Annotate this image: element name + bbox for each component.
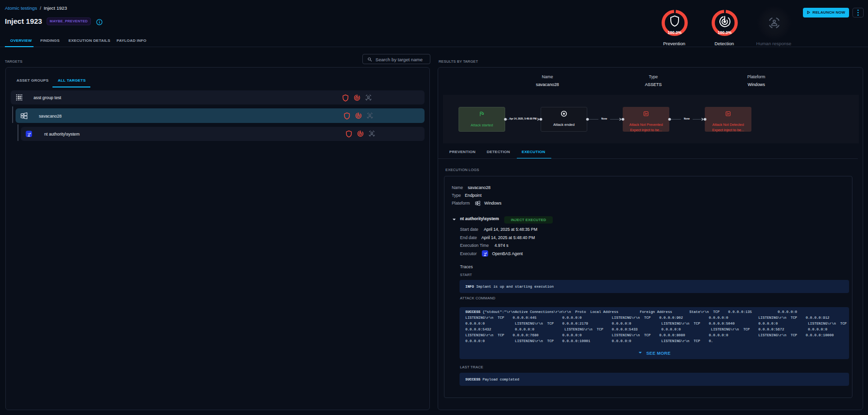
svg-text:100.0%: 100.0%: [718, 30, 732, 35]
svg-text:100.0%: 100.0%: [668, 30, 682, 35]
